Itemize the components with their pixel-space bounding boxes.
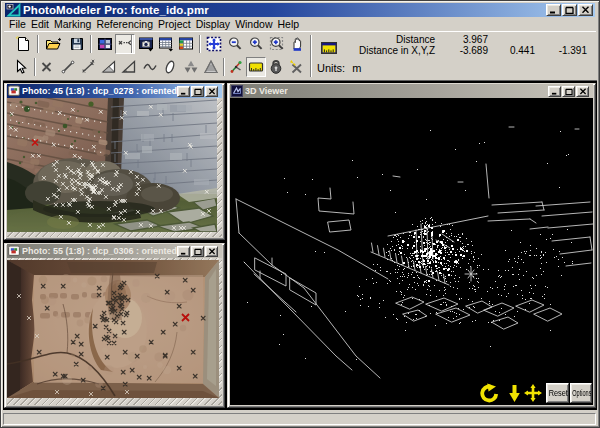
menu-marking[interactable]: Marking: [52, 18, 93, 31]
photo-45-body: [7, 98, 222, 237]
maximize-button[interactable]: [191, 246, 204, 257]
toolbar-button-scale-rotate[interactable]: [226, 57, 246, 77]
photo-45-title: Photo: 45 (1:8) : dcp_0278 : oriented: [22, 86, 177, 96]
toolbar-separator: [223, 58, 225, 76]
photo-doc-icon: [8, 85, 20, 97]
menubar: FileEditMarkingReferencingProjectDisplay…: [4, 18, 596, 31]
photo-45-image[interactable]: [7, 98, 217, 232]
toolbar-button-select-arrow[interactable]: [11, 57, 31, 77]
statusbar: [3, 411, 596, 425]
menu-window[interactable]: Window: [233, 18, 274, 31]
toolbar-button-silhouette[interactable]: [181, 57, 201, 77]
measure-tape-icon: [248, 59, 264, 75]
select-arrow-icon: [13, 59, 29, 75]
options-button[interactable]: Options: [570, 383, 592, 403]
toolbar-button-open-folder[interactable]: [43, 34, 63, 54]
photo-45-titlebar[interactable]: Photo: 45 (1:8) : dcp_0278 : oriented: [7, 84, 222, 98]
menu-referencing[interactable]: Referencing: [94, 18, 155, 31]
app-logo-icon: [6, 3, 21, 17]
ruler-units-icon: [321, 42, 337, 54]
toolbar-button-zoom-in[interactable]: [246, 34, 266, 54]
menu-display[interactable]: Display: [194, 18, 232, 31]
scale-rotate-icon: [228, 59, 244, 75]
toolbar-button-table-color[interactable]: [176, 34, 196, 54]
menu-help[interactable]: Help: [275, 18, 301, 31]
distance-xyz-row: Distance in X,Y,Z-3.6890.441-1.391: [352, 45, 587, 56]
rotate-view-icon[interactable]: [480, 383, 500, 403]
viewer-title: 3D Viewer: [245, 86, 288, 96]
photo-55-image[interactable]: [7, 260, 219, 398]
toolbar-button-table[interactable]: [156, 34, 176, 54]
new-page-icon: [15, 36, 31, 52]
photo-45-window: Photo: 45 (1:8) : dcp_0278 : oriented: [4, 83, 225, 240]
toolbar-button-measure-tape[interactable]: [246, 57, 266, 77]
window-controls: [548, 86, 592, 97]
toolbar-button-surface-tri2[interactable]: [119, 57, 139, 77]
close-button[interactable]: [576, 86, 589, 97]
app-titlebar[interactable]: PhotoModeler Pro: fonte_ido.pmr: [5, 3, 595, 17]
menu-file[interactable]: File: [7, 18, 28, 31]
close-button[interactable]: [578, 4, 593, 16]
toolbar-button-ruler-units[interactable]: [319, 40, 339, 56]
toolbar-button-fit-view[interactable]: [204, 34, 224, 54]
maximize-button[interactable]: [191, 86, 204, 97]
minimize-button[interactable]: [177, 86, 190, 97]
toolbar-button-auto-mark[interactable]: [286, 57, 306, 77]
toolbar-button-zoom-area[interactable]: [267, 34, 287, 54]
toolbar-button-new-page[interactable]: [13, 34, 33, 54]
mdi-workspace: Photo: 45 (1:8) : dcp_0278 : orientedPho…: [3, 80, 597, 410]
photo-55-window: Photo: 55 (1:8) : dcp_0306 : oriented: [4, 243, 225, 408]
menu-project[interactable]: Project: [156, 18, 193, 31]
line-mode-icon: [60, 59, 76, 75]
minimize-button[interactable]: [546, 4, 561, 16]
viewer-titlebar[interactable]: 3D Viewer: [230, 84, 593, 98]
pan-view-icon[interactable]: [524, 384, 542, 402]
close-button[interactable]: [205, 246, 218, 257]
viewer-3d-canvas[interactable]: [230, 98, 593, 405]
toolbar-button-pan-hand[interactable]: [287, 34, 307, 54]
reset-button[interactable]: Reset: [546, 383, 569, 403]
open-folder-icon: [45, 36, 61, 52]
toolbar-button-textured-tri[interactable]: [201, 57, 221, 77]
toolbar-button-cylinder-mode[interactable]: [160, 57, 180, 77]
pan-hand-icon: [289, 36, 305, 52]
photo-55-title: Photo: 55 (1:8) : dcp_0306 : oriented: [22, 246, 177, 256]
menu-edit[interactable]: Edit: [29, 18, 51, 31]
surface-tri2-icon: [121, 59, 137, 75]
toolbar-button-curve-mode[interactable]: [140, 57, 160, 77]
toolbar-button-save-floppy[interactable]: [67, 34, 87, 54]
minimize-button[interactable]: [548, 86, 561, 97]
toolbar-button-zoom-out[interactable]: [225, 34, 245, 54]
fit-view-icon: [206, 36, 222, 52]
save-floppy-icon: [69, 36, 85, 52]
units-line: Units:m: [317, 62, 361, 74]
maximize-button[interactable]: [562, 86, 575, 97]
maximize-button[interactable]: [562, 4, 577, 16]
table-color-icon: [178, 36, 194, 52]
window-controls: [177, 246, 221, 257]
viewer-doc-icon: [231, 85, 243, 97]
toolbar-button-ref-line[interactable]: [78, 57, 98, 77]
close-button[interactable]: [205, 86, 218, 97]
app-title: PhotoModeler Pro: fonte_ido.pmr: [23, 4, 209, 16]
toolbar-separator: [90, 35, 92, 53]
photo-55-titlebar[interactable]: Photo: 55 (1:8) : dcp_0306 : oriented: [7, 244, 222, 258]
distance-y-value: 0.441: [488, 45, 535, 56]
textured-tri-icon: [203, 59, 219, 75]
silhouette-icon: [183, 59, 199, 75]
distance-z-value: -1.391: [535, 45, 587, 56]
toolbar-button-mark-point[interactable]: [37, 57, 57, 77]
photo-grid-icon: [97, 36, 113, 52]
toolbar-button-surface-tri[interactable]: [99, 57, 119, 77]
zoom-in-icon: [248, 36, 264, 52]
toolbar-separator: [131, 35, 133, 53]
toolbar-button-line-mode[interactable]: [58, 57, 78, 77]
toolbar-button-lock[interactable]: [266, 57, 286, 77]
minimize-button[interactable]: [177, 246, 190, 257]
window-controls: [546, 4, 595, 16]
toolbar-zone: Units:mDistance3.967Distance in X,Y,Z-3.…: [4, 31, 596, 79]
toolbar-button-photo-grid[interactable]: [95, 34, 115, 54]
lock-icon: [268, 59, 284, 75]
updown-view-icon[interactable]: [508, 384, 521, 402]
toolbar-button-photo-viewer[interactable]: [136, 34, 156, 54]
